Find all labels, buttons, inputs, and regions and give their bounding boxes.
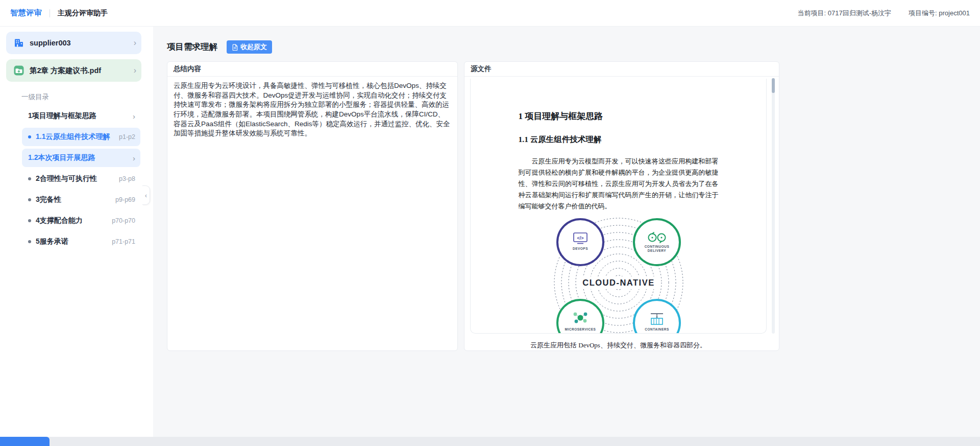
section-header: 项目需求理解 收起原文 <box>167 40 980 54</box>
bottom-left-blue-panel[interactable] <box>0 437 50 446</box>
svg-text:</>: </> <box>577 236 583 241</box>
toc-item-pages: p71-p71 <box>112 238 135 245</box>
project-code-label: 项目编号: <box>909 9 937 17</box>
toc-item-label: 3完备性 <box>36 195 61 204</box>
toc-item-label: 1.1云原生组件技术理解 <box>36 132 110 142</box>
collapse-original-label: 收起原文 <box>240 42 267 52</box>
project-code: 项目编号: project001 <box>909 9 970 18</box>
bullet-icon <box>28 198 31 201</box>
app-title: 主观分评审助手 <box>58 9 108 18</box>
topbar-right: 当前项目: 0717回归测试-杨汶宇 项目编号: project001 <box>798 9 970 18</box>
chevron-right-icon: › <box>134 66 136 75</box>
summary-text: 云原生应用专为云环境设计，具备高敏捷性、弹性与可移植性，核心包括DevOps、持… <box>167 77 457 143</box>
toc-title: 一级目录 <box>21 92 153 102</box>
toc-item-2[interactable]: 2合理性与可执行性 p3-p8 <box>22 170 140 188</box>
main-content: 项目需求理解 收起原文 总结内容 云原生应用专为云环境设计，具备高敏捷性、弹性与… <box>153 27 980 437</box>
bullet-icon <box>28 240 31 243</box>
current-project-value: 0717回归测试-杨汶宇 <box>828 9 891 17</box>
summary-panel-header: 总结内容 <box>167 62 457 77</box>
svg-text:DELIVERY: DELIVERY <box>647 249 666 252</box>
summary-panel: 总结内容 云原生应用专为云环境设计，具备高敏捷性、弹性与可移植性，核心包括Dev… <box>167 61 458 351</box>
collapse-original-button[interactable]: 收起原文 <box>227 40 272 54</box>
scrollbar-track[interactable] <box>772 78 775 334</box>
sidebar: supplier003 › 第2章 方案建议书.pdf › 一级目录 1项目理解… <box>0 27 153 437</box>
containers-node: CONTAINERS <box>634 300 680 334</box>
document-card[interactable]: 第2章 方案建议书.pdf › <box>6 59 141 82</box>
pdf-paragraph: 云原生应用专为云模型而开发，可以快速将这些应用构建和部署到可提供轻松的横向扩展和… <box>519 156 719 212</box>
bottom-bar <box>0 437 980 446</box>
toc-item-label: 1.2本次项目开展思路 <box>28 153 95 162</box>
page-title: 项目需求理解 <box>167 41 217 53</box>
toc-item-label: 2合理性与可执行性 <box>36 174 97 183</box>
pdf-page: 1 项目理解与框架思路 1.1 云原生组件技术理解 云原生应用专为云模型而开发，… <box>470 79 767 334</box>
toc-item-label: 4支撑配合能力 <box>36 216 83 225</box>
toc-list: 1项目理解与框架思路 › 1.1云原生组件技术理解 p1-p2 1.2本次项目开… <box>22 107 140 251</box>
toc-item-pages: p9-p69 <box>115 196 135 203</box>
svg-text:CONTINUOUS: CONTINUOUS <box>644 245 669 248</box>
figure-caption: 云原生应用包括 DevOps、持续交付、微服务和容器四部分。 <box>470 341 767 350</box>
chevron-left-icon: ‹ <box>145 192 147 199</box>
bullet-icon <box>28 177 31 180</box>
source-panel-header: 源文件 <box>464 62 779 77</box>
bullet-icon <box>28 219 31 222</box>
topbar-divider <box>50 9 50 17</box>
devops-node: </> DEVOPS <box>557 219 603 265</box>
toc-item-label: 1项目理解与框架思路 <box>28 111 96 121</box>
folder-plus-icon <box>13 65 24 76</box>
building-icon <box>13 37 24 49</box>
bullet-icon <box>28 135 31 138</box>
pdf-viewer: 1 项目理解与框架思路 1.1 云原生组件技术理解 云原生应用专为云模型而开发，… <box>464 77 779 351</box>
toc-item-4[interactable]: 4支撑配合能力 p70-p70 <box>22 212 140 230</box>
document-name: 第2章 方案建议书.pdf <box>30 66 101 76</box>
svg-text:CONTAINERS: CONTAINERS <box>645 327 669 331</box>
svg-text:MICROSERVICES: MICROSERVICES <box>565 327 596 331</box>
cloud-native-diagram: CLOUD-NATIVE </> DEVOPS <box>552 216 685 334</box>
chevron-right-icon: › <box>133 112 135 120</box>
toc-item-label: 5服务承诺 <box>36 237 68 246</box>
supplier-name: supplier003 <box>30 39 71 47</box>
cloud-native-label: CLOUD-NATIVE <box>582 278 654 287</box>
scrollbar-thumb[interactable] <box>772 78 775 93</box>
document-icon <box>232 44 238 51</box>
toc-item-5[interactable]: 5服务承诺 p71-p71 <box>22 232 140 251</box>
chevron-right-icon: › <box>133 154 135 162</box>
toc-item-1-1[interactable]: 1.1云原生组件技术理解 p1-p2 <box>22 128 140 146</box>
toc-item-3[interactable]: 3完备性 p9-p69 <box>22 191 140 209</box>
microservices-node: MICROSERVICES <box>557 300 603 334</box>
sidebar-collapse-handle[interactable]: ‹ <box>142 185 150 205</box>
source-panel: 源文件 1 项目理解与框架思路 1.1 云原生组件技术理解 云原生应用专为云模型… <box>464 61 779 351</box>
svg-text:DEVOPS: DEVOPS <box>572 247 587 250</box>
current-project-label: 当前项目: <box>798 9 826 17</box>
current-project: 当前项目: 0717回归测试-杨汶宇 <box>798 9 892 18</box>
toc-item-pages: p70-p70 <box>112 217 135 224</box>
project-code-value: project001 <box>939 9 970 17</box>
toc-item-1-2[interactable]: 1.2本次项目开展思路 › <box>22 149 140 167</box>
toc-item-pages: p3-p8 <box>119 175 135 182</box>
toc-item-1[interactable]: 1项目理解与框架思路 › <box>22 107 140 125</box>
chevron-right-icon: › <box>134 39 136 47</box>
continuous-delivery-node: CONTINUOUS DELIVERY <box>634 219 680 265</box>
supplier-card[interactable]: supplier003 › <box>6 32 141 54</box>
pdf-heading-1: 1 项目理解与框架思路 <box>519 110 719 122</box>
top-bar: 智慧评审 主观分评审助手 当前项目: 0717回归测试-杨汶宇 项目编号: pr… <box>0 0 980 27</box>
toc-item-pages: p1-p2 <box>119 133 135 140</box>
pdf-heading-1-1: 1.1 云原生组件技术理解 <box>519 134 719 145</box>
brand-logo: 智慧评审 <box>10 8 42 18</box>
